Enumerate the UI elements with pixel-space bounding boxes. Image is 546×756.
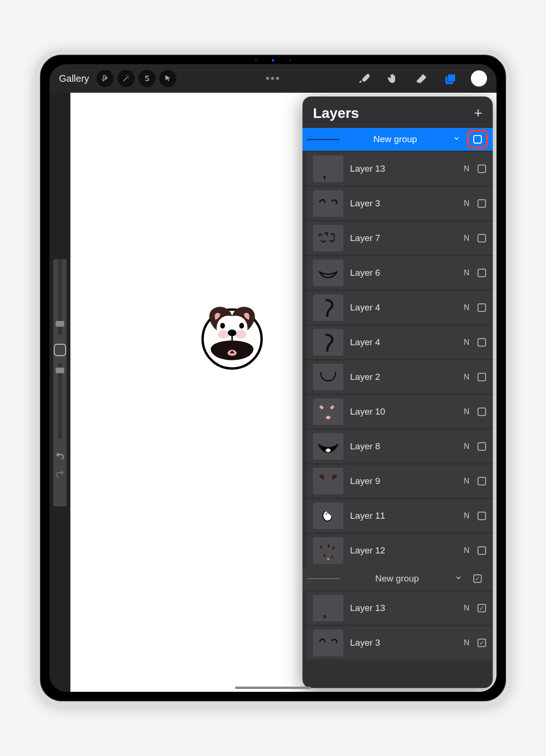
layer-visibility-checkbox[interactable] — [478, 407, 486, 416]
layer-visibility-checkbox[interactable] — [478, 373, 486, 381]
layer-row[interactable]: Layer 4 N — [306, 291, 493, 324]
layer-row[interactable]: Layer 11 N — [306, 499, 493, 533]
layer-thumbnail — [313, 468, 343, 494]
layer-group-row[interactable]: New group — [302, 567, 493, 590]
layer-name: Layer 6 — [350, 268, 456, 278]
layer-name: Layer 8 — [350, 441, 456, 452]
blend-mode-label[interactable]: N — [462, 234, 471, 242]
layer-visibility-checkbox[interactable] — [478, 477, 486, 485]
add-layer-button[interactable]: + — [474, 106, 482, 120]
redo-button[interactable] — [55, 468, 65, 479]
selection-s-icon — [143, 74, 151, 83]
blend-mode-label[interactable]: N — [462, 442, 471, 451]
layer-row[interactable]: Layer 9 N — [306, 465, 493, 498]
group-name: New group — [375, 573, 419, 583]
layer-thumbnail — [313, 503, 343, 529]
group-visibility-checkbox[interactable] — [473, 135, 482, 144]
layer-row[interactable]: Layer 13 N — [306, 591, 493, 625]
layer-visibility-checkbox[interactable] — [478, 199, 486, 208]
blend-mode-label[interactable]: N — [462, 604, 471, 612]
layer-row[interactable]: Layer 2 N — [306, 360, 493, 394]
adjustments-wand-button[interactable] — [117, 70, 135, 87]
actions-wrench-button[interactable] — [97, 70, 114, 87]
layer-name: Layer 13 — [350, 164, 456, 174]
layer-thumbnail — [313, 595, 343, 621]
magic-wand-icon — [122, 74, 130, 83]
layer-row[interactable]: Layer 12 N — [306, 534, 493, 567]
group-expand-toggle[interactable] — [453, 134, 460, 145]
group-visibility-highlight — [467, 130, 488, 149]
group-thumb-line — [307, 139, 340, 140]
blend-mode-label[interactable]: N — [462, 512, 471, 520]
blend-mode-label[interactable]: N — [462, 199, 471, 208]
blend-mode-label[interactable]: N — [462, 165, 471, 173]
layers-list[interactable]: New group Layer 13 N Layer 3 N Layer 7 N… — [302, 128, 493, 688]
smudge-tool-button[interactable] — [385, 71, 400, 86]
blend-mode-label[interactable]: N — [462, 269, 471, 277]
layer-visibility-checkbox[interactable] — [478, 546, 486, 555]
layer-name: Layer 9 — [350, 476, 456, 486]
svg-point-5 — [218, 330, 229, 339]
group-expand-toggle[interactable] — [455, 573, 462, 584]
canvas-artwork-dog — [194, 297, 270, 373]
layer-name: Layer 4 — [350, 337, 456, 348]
layer-row[interactable]: Layer 13 N — [306, 152, 493, 185]
layer-row[interactable]: Layer 6 N — [306, 256, 493, 290]
color-picker-button[interactable] — [471, 70, 487, 87]
blend-mode-label[interactable]: N — [462, 639, 471, 647]
selection-button[interactable] — [138, 70, 156, 87]
layer-thumbnail — [313, 364, 343, 390]
eraser-tool-button[interactable] — [414, 71, 429, 86]
layer-thumbnail — [313, 225, 343, 252]
brush-opacity-slider[interactable] — [58, 363, 62, 439]
layer-row[interactable]: Layer 3 N — [306, 187, 493, 220]
group-visibility-checkbox[interactable] — [473, 574, 482, 583]
layer-visibility-checkbox[interactable] — [478, 303, 486, 312]
app-screen: Gallery ••• — [49, 64, 497, 692]
layer-visibility-checkbox[interactable] — [478, 604, 486, 612]
svg-point-3 — [220, 323, 225, 329]
chevron-down-icon — [455, 574, 462, 582]
blend-mode-label[interactable]: N — [462, 338, 471, 347]
brush-tool-button[interactable] — [357, 71, 372, 86]
layer-thumbnail — [313, 630, 343, 656]
layer-visibility-checkbox[interactable] — [478, 338, 486, 347]
layer-row[interactable]: Layer 10 N — [306, 395, 493, 428]
layer-row[interactable]: Layer 7 N — [306, 222, 493, 255]
top-toolbar: Gallery ••• — [49, 64, 497, 93]
layer-visibility-checkbox[interactable] — [478, 165, 486, 173]
layer-visibility-checkbox[interactable] — [478, 234, 486, 242]
undo-button[interactable] — [55, 450, 65, 461]
layer-row[interactable]: Layer 8 N — [306, 430, 493, 463]
chevron-down-icon — [453, 135, 460, 142]
blend-mode-label[interactable]: N — [462, 303, 471, 312]
transform-arrow-button[interactable] — [159, 70, 176, 87]
wrench-icon — [101, 74, 109, 83]
blend-mode-label[interactable]: N — [462, 477, 471, 485]
gallery-button[interactable]: Gallery — [55, 73, 93, 84]
layer-name: Layer 2 — [350, 372, 456, 382]
cursor-arrow-icon — [164, 74, 172, 83]
layers-tool-button[interactable] — [442, 71, 458, 86]
layer-visibility-checkbox[interactable] — [478, 512, 486, 520]
layer-thumbnail — [313, 155, 343, 182]
home-indicator[interactable] — [235, 687, 311, 689]
brush-size-slider[interactable] — [58, 259, 62, 335]
ellipsis-icon: ••• — [265, 72, 280, 85]
layer-thumbnail — [313, 433, 343, 460]
layer-visibility-checkbox[interactable] — [478, 269, 486, 277]
group-thumb-line — [307, 578, 340, 579]
layer-group-row[interactable]: New group — [302, 128, 493, 151]
layer-visibility-checkbox[interactable] — [478, 442, 486, 451]
blend-mode-label[interactable]: N — [462, 546, 471, 555]
brush-icon — [358, 72, 371, 85]
layer-visibility-checkbox[interactable] — [478, 639, 486, 647]
modify-button[interactable] — [54, 344, 66, 356]
blend-mode-label[interactable]: N — [462, 407, 471, 416]
svg-point-8 — [326, 416, 330, 419]
layer-thumbnail — [313, 294, 343, 321]
blend-mode-label[interactable]: N — [462, 373, 471, 381]
layer-row[interactable]: Layer 3 N — [306, 626, 493, 659]
overflow-menu-button[interactable]: ••• — [265, 72, 280, 85]
layer-row[interactable]: Layer 4 N — [306, 326, 493, 359]
